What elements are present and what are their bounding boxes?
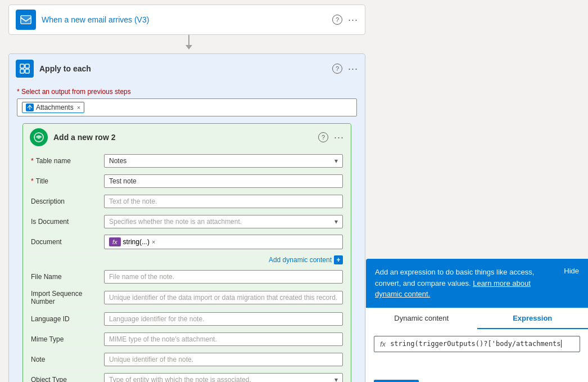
add-row-icon (30, 128, 48, 146)
badge-icon (26, 104, 34, 111)
apply-each-block: Apply to each ? ··· * Select an output f… (8, 53, 365, 382)
form-row-description: Description Text of the note. (28, 191, 346, 212)
label-document: Document (31, 238, 104, 246)
form-row-import-seq: Import Sequence Number Unique identifier… (28, 287, 346, 309)
input-note[interactable]: Unique identifier of the note. (104, 353, 343, 366)
select-output-label: * Select an output from previous steps (17, 88, 357, 96)
add-dynamic-content-button[interactable]: Add dynamic content + (269, 255, 343, 264)
apply-each-icon (16, 60, 34, 78)
svg-rect-5 (25, 69, 29, 73)
connector-arrow (186, 35, 192, 50)
attachments-badge: Attachments × (22, 102, 84, 113)
chevron-down-icon: ▾ (334, 376, 338, 382)
chevron-down-icon: ▾ (334, 157, 338, 165)
select-table-name[interactable]: Notes ▾ (104, 154, 343, 168)
trigger-more-button[interactable]: ··· (348, 14, 358, 26)
form-row-language-id: Language ID Language identifier for the … (28, 309, 346, 329)
attachments-field[interactable]: Attachments × (17, 98, 357, 116)
add-dynamic-row: Add dynamic content + (28, 253, 346, 267)
fx-value: string(...) (123, 238, 150, 246)
expression-fx-label: fx (380, 340, 386, 348)
label-mime-type: Mime Type (31, 335, 104, 343)
label-note: Note (31, 356, 104, 363)
svg-rect-0 (21, 16, 31, 24)
form-row-note: Note Unique identifier of the note. (28, 349, 346, 370)
label-is-document: Is Document (31, 218, 104, 226)
trigger-title: When a new email arrives (V3) (42, 15, 327, 24)
expression-text: string(triggerOutputs()?['body/attachmen… (390, 340, 574, 348)
right-panel: Add an expression to do basic things lik… (366, 259, 588, 382)
badge-text: Attachments (36, 104, 74, 111)
expression-area: fx string(triggerOutputs()?['body/attach… (366, 329, 588, 374)
add-row-block: Add a new row 2 ? ··· * Table name Notes… (22, 123, 351, 382)
select-is-document[interactable]: Specifies whether the note is an attachm… (104, 215, 343, 228)
input-description[interactable]: Text of the note. (104, 195, 343, 208)
select-object-type[interactable]: Type of entity with which the note is as… (104, 373, 343, 382)
label-description: Description (31, 197, 104, 205)
chevron-down-icon: ▾ (334, 218, 338, 226)
update-btn-area: Update (366, 374, 588, 383)
input-language-id[interactable]: Language identifier for the note. (104, 312, 343, 326)
apply-each-header: Apply to each ? ··· (9, 54, 365, 83)
tab-expression[interactable]: Expression (477, 308, 589, 329)
label-file-name: File Name (31, 273, 104, 281)
input-file-name[interactable]: File name of the note. (104, 270, 343, 284)
right-panel-info: Add an expression to do basic things lik… (366, 259, 588, 308)
hide-panel-button[interactable]: Hide (564, 267, 579, 275)
trigger-block: When a new email arrives (V3) ? ··· (8, 5, 365, 35)
add-row-more-button[interactable]: ··· (334, 132, 344, 143)
badge-close-button[interactable]: × (77, 104, 80, 111)
apply-each-body: * Select an output from previous steps A… (9, 83, 365, 382)
form-row-mime-type: Mime Type MIME type of the note's attach… (28, 329, 346, 349)
label-language-id: Language ID (31, 315, 104, 323)
form-row-document: Document fx string(...) × (28, 232, 346, 253)
label-table-name: * Table name (31, 157, 104, 165)
form-row-table-name: * Table name Notes ▾ (28, 151, 346, 171)
input-mime-type[interactable]: MIME type of the note's attachment. (104, 332, 343, 346)
label-object-type: Object Type (31, 376, 104, 382)
add-row-title: Add a new row 2 (53, 133, 313, 142)
right-panel-text: Add an expression to do basic things lik… (375, 267, 559, 300)
input-import-seq[interactable]: Unique identifier of the data import or … (104, 291, 343, 304)
add-row-help-icon[interactable]: ? (318, 132, 328, 142)
svg-rect-3 (25, 64, 29, 68)
plus-icon: + (334, 255, 343, 264)
form-row-object-type: Object Type Type of entity with which th… (28, 370, 346, 382)
add-row-body: * Table name Notes ▾ * Title Description (23, 151, 351, 382)
right-panel-tabs: Dynamic content Expression (366, 308, 588, 329)
expression-input-row[interactable]: fx string(triggerOutputs()?['body/attach… (374, 336, 580, 352)
input-title[interactable] (104, 174, 343, 188)
form-row-is-document: Is Document Specifies whether the note i… (28, 212, 346, 232)
trigger-actions: ? ··· (332, 14, 358, 26)
document-close-button[interactable]: × (152, 239, 155, 245)
apply-each-help-icon[interactable]: ? (332, 64, 342, 74)
label-import-seq: Import Sequence Number (31, 290, 104, 305)
fx-icon: fx (112, 239, 117, 245)
trigger-icon (16, 10, 36, 30)
update-button[interactable]: Update (374, 380, 419, 383)
form-row-file-name: File Name File name of the note. (28, 267, 346, 287)
apply-each-more-button[interactable]: ··· (348, 63, 358, 75)
fx-badge: fx (109, 237, 121, 246)
svg-rect-4 (20, 69, 24, 73)
svg-rect-2 (20, 64, 24, 68)
apply-each-title: Apply to each (39, 64, 327, 73)
help-icon[interactable]: ? (332, 15, 342, 25)
tab-dynamic-content[interactable]: Dynamic content (366, 308, 477, 329)
document-field[interactable]: fx string(...) × (104, 235, 343, 249)
cursor-caret (561, 340, 562, 348)
add-row-header: Add a new row 2 ? ··· (23, 124, 351, 151)
form-row-title: * Title (28, 171, 346, 191)
label-title: * Title (31, 177, 104, 185)
